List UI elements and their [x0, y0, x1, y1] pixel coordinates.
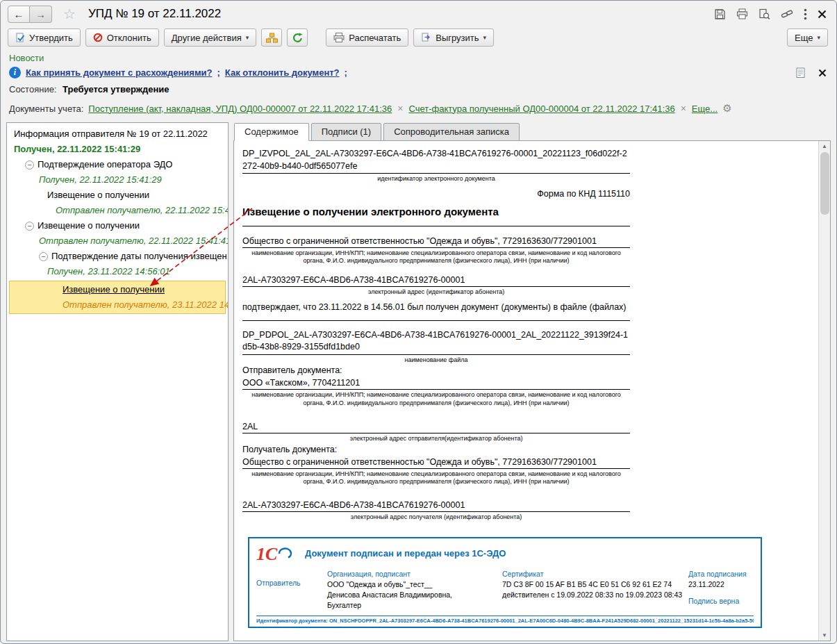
form-sender-id-caption: электронный адрес отправителя(идентифика…	[242, 435, 630, 443]
news-list-button[interactable]	[795, 67, 806, 79]
1c-logo: 1С	[256, 543, 294, 564]
tree-node-receipt-notice-selected[interactable]: Извещение о получении	[10, 282, 225, 297]
save-icon	[714, 8, 726, 20]
print-label: Распечатать	[349, 33, 401, 43]
get-link-button[interactable]	[781, 8, 793, 19]
signature-stamp: 1С Документ подписан и передан через 1С-…	[248, 537, 762, 629]
stamp-footer-id: Идентификатор документа: ON_NSCHFDOPPR_2…	[256, 616, 754, 625]
tree-node-label: Подтверждение оператора ЭДО	[38, 157, 172, 172]
tree-node-receipt-notice-1[interactable]: Извещение о получении	[7, 188, 228, 203]
tab-content[interactable]: Содержимое	[234, 123, 309, 141]
stamp-date-column: Дата подписания 23.11.2022 Подпись верна	[688, 570, 754, 611]
stamp-org-line2: Денисова Анастасия Владимировна,	[327, 590, 502, 600]
collapse-icon[interactable]: −	[25, 160, 34, 170]
news-section: Новости	[1, 50, 836, 65]
approve-button[interactable]: Утвердить	[8, 28, 81, 47]
stamp-cert-column: Сертификат 7D C3 8F 00 15 AF B1 B5 4C E0…	[502, 570, 688, 611]
news-list-icon	[795, 67, 806, 79]
stamp-sender-text: Отправитель	[256, 579, 327, 587]
titlebar: ← → ☆ УПД № 19 от 22.11.2022	[1, 1, 836, 27]
tree-node-operator-confirmation[interactable]: − Подтверждение оператора ЭДО	[7, 157, 228, 172]
state-value: Требуется утверждение	[63, 84, 169, 94]
back-button[interactable]: ←	[8, 6, 30, 23]
news-separator: ;	[345, 67, 347, 78]
stamp-org-line1: ООО "Одежда и обувь"_тест__	[327, 579, 502, 590]
form-sender-id: 2AL	[242, 420, 630, 434]
tab-cover-note[interactable]: Сопроводительная записка	[383, 123, 520, 141]
stamp-cert-validity: действителен с 19.09.2022 08:33 по 19.09…	[502, 590, 688, 600]
stamp-org-label: Организация, подписант	[327, 570, 502, 578]
news-title-link[interactable]: Новости	[9, 53, 44, 63]
close-window-button[interactable]	[818, 10, 827, 19]
scrollbar-thumb[interactable]	[820, 152, 829, 215]
tab-signatures[interactable]: Подписи (1)	[311, 123, 381, 141]
other-actions-label: Другие действия	[172, 33, 242, 43]
doc-link-invoice[interactable]: Счет-фактура полученный ОД00-000004 от 2…	[408, 104, 674, 114]
vertical-scrollbar[interactable]: ▲ ▼	[818, 141, 830, 641]
tree-header: Информация отправителя № 19 от 22.11.202…	[7, 126, 228, 142]
content-panel: DP_IZVPOL_2AL_2AL-A7303297-E6CA-4BD6-A73…	[233, 140, 831, 641]
stamp-date-value: 23.11.2022	[688, 579, 754, 590]
tree-node-date-confirmation[interactable]: − Подтверждение даты получения извещен…	[7, 249, 228, 264]
form-org: Общество с ограниченной ответственностью…	[242, 235, 630, 248]
news-link-reject[interactable]: Как отклонить документ?	[225, 67, 340, 78]
news-link-discrepancies[interactable]: Как принять документ с расхождениями?	[26, 67, 213, 78]
org-chart-icon	[266, 33, 278, 43]
favorite-star-icon[interactable]: ☆	[63, 6, 76, 22]
back-icon: ←	[14, 8, 24, 20]
preview-button[interactable]	[759, 8, 770, 20]
printer-icon	[333, 33, 345, 42]
export-button[interactable]: Выгрузить ▾	[413, 28, 494, 47]
reject-icon	[93, 33, 103, 42]
forward-button[interactable]: →	[30, 6, 52, 23]
save-button[interactable]	[714, 8, 726, 20]
stamp-date-label: Дата подписания	[688, 570, 754, 578]
collapse-icon[interactable]: −	[39, 252, 48, 261]
state-row: Состояние: Требуется утверждение	[1, 82, 836, 97]
tree-status-received: Получен, 22.11.2022 15:41:29	[7, 142, 228, 157]
form-file-caption: наименование файла	[242, 356, 630, 365]
printer-icon	[736, 8, 748, 19]
stamp-org-column: Организация, подписант ООО "Одежда и обу…	[327, 570, 502, 611]
form-doc-id-caption: идентификатор электронного документа	[242, 175, 630, 183]
form-confirm-line: подтверждает, что 23.11.2022 в 14.56.01 …	[242, 301, 630, 321]
stamp-gap	[688, 590, 754, 597]
docs-more-link[interactable]: Еще...	[692, 104, 718, 114]
gear-icon[interactable]: ⚙	[722, 102, 731, 115]
tree-status: Получен, 23.11.2022 14:56:01	[7, 264, 228, 279]
business-process-button[interactable]	[261, 28, 282, 47]
kebab-icon	[804, 8, 807, 20]
collapse-icon[interactable]: −	[25, 222, 34, 231]
remove-doc-icon[interactable]: ×	[680, 103, 687, 114]
tree-node-receipt-notice-2[interactable]: − Извещение о получении	[7, 218, 228, 233]
info-icon: i	[9, 67, 21, 79]
stamp-cert-value: 7D C3 8F 00 15 AF B1 B5 4C E0 51 C6 92 6…	[502, 579, 688, 590]
form-receiver-id: 2AL-A7303297-E6CA-4BD6-A738-41BCA7619276…	[242, 499, 630, 512]
export-icon	[421, 33, 431, 42]
more-button[interactable]: Еще ▾	[787, 28, 828, 47]
reject-button[interactable]: Отклонить	[85, 28, 159, 47]
close-icon	[818, 10, 827, 19]
stamp-org-line3: Бухгалтер	[327, 600, 502, 611]
print-quick-button[interactable]	[736, 8, 748, 19]
menu-kebab-button[interactable]	[804, 8, 807, 20]
news-close-button[interactable]	[818, 69, 827, 77]
form-receiver: Общество с ограниченной ответственностью…	[242, 456, 630, 469]
form-knd: Форма по КНД 1115110	[242, 189, 630, 199]
remove-doc-icon[interactable]: ×	[397, 103, 404, 114]
export-label: Выгрузить	[436, 33, 479, 43]
form-file-name: DP_PDPOL_2AL-A7303297-E6CA-4BD6-A738-41B…	[242, 329, 630, 355]
scroll-down-icon[interactable]: ▼	[822, 630, 827, 641]
doc-link-receipt[interactable]: Поступление (акт, накладная, УПД) ОД00-0…	[88, 104, 392, 114]
tree-selection: Извещение о получении Отправлен получате…	[9, 281, 226, 314]
refresh-button[interactable]	[287, 28, 308, 47]
scroll-up-icon[interactable]: ▲	[822, 141, 827, 151]
print-button[interactable]: Распечатать	[326, 28, 408, 47]
other-actions-button[interactable]: Другие действия ▾	[164, 28, 257, 47]
form-abonent-caption: электронный адрес (идентификатор абонент…	[242, 288, 630, 297]
news-actions	[795, 67, 827, 79]
form-doc-id: DP_IZVPOL_2AL_2AL-A7303297-E6CA-4BD6-A73…	[242, 148, 630, 174]
tree-status: Отправлен получателю, 22.11.2022 15:41:4…	[7, 233, 228, 249]
edo-events-tree: Информация отправителя № 19 от 22.11.202…	[6, 122, 229, 641]
approve-label: Утвердить	[29, 33, 73, 43]
